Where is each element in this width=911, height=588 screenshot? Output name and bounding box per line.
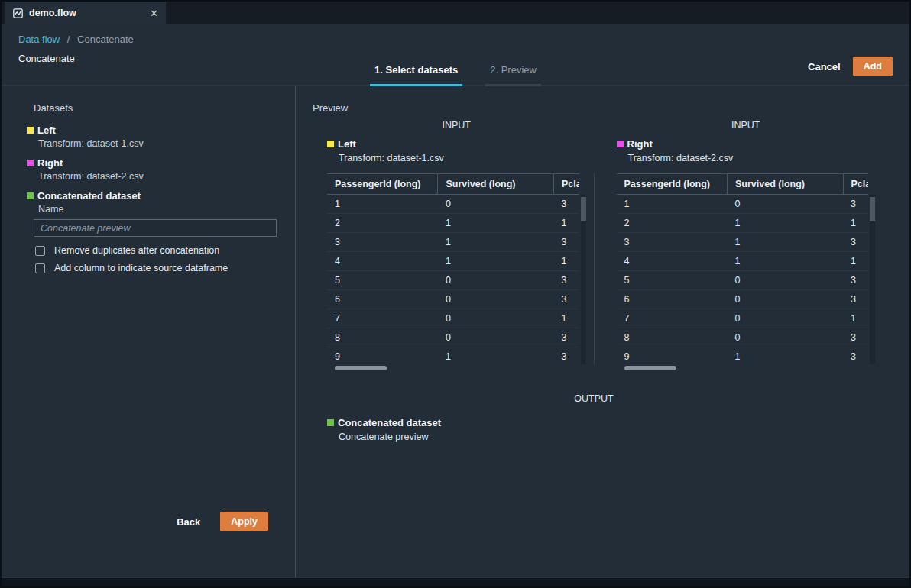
close-icon[interactable]: ✕ [150,8,158,18]
vertical-scrollbar-thumb[interactable] [870,197,875,221]
table-row: 313 [327,233,579,252]
tab-select-datasets[interactable]: 1. Select datasets [370,64,462,86]
data-table: PassengerId (long) Survived (long) Pcla … [327,173,579,366]
table-cell: 1 [727,233,843,252]
table-cell: 3 [843,328,868,347]
table-cell: 1 [554,214,579,233]
add-button[interactable]: Add [853,57,893,76]
table-row: 603 [617,290,869,309]
breadcrumb-current: Concatenate [77,34,134,45]
table-cell: 0 [438,195,554,214]
table-cell: 0 [727,271,843,290]
table-cell: 0 [438,309,554,328]
table-cell: 3 [617,233,728,252]
table-cell: 0 [727,195,843,214]
table-row: 103 [617,195,869,214]
table-cell: 8 [327,328,438,347]
dataset-subtitle: Transform: dataset-1.csv [339,153,586,163]
breadcrumb-data-flow-link[interactable]: Data flow [18,34,60,45]
data-table-container: PassengerId (long) Survived (long) Pcla … [327,173,586,373]
tab-preview[interactable]: 2. Preview [485,64,541,86]
table-cell: 3 [554,290,579,309]
dataset-name: Right [627,138,653,150]
table-cell: 0 [438,328,554,347]
table-cell: 1 [438,347,554,367]
panel-actions: Back Apply [177,512,268,531]
table-row: 603 [327,290,579,309]
dataset-subtitle: Transform: dataset-2.csv [38,171,278,182]
horizontal-scrollbar-thumb[interactable] [335,366,387,370]
tab-title: demo.flow [29,8,144,18]
table-row: 211 [327,214,579,233]
output-section: OUTPUT Concatenated dataset Concatenate … [313,393,875,442]
app-body: Datasets Left Transform: dataset-1.csv R… [2,86,909,577]
table-cell: 3 [843,195,868,214]
table-cell: 7 [617,309,728,328]
table-cell: 3 [843,347,868,367]
datasets-panel: Datasets Left Transform: dataset-1.csv R… [2,86,296,577]
table-cell: 2 [617,214,728,233]
table-cell: 0 [727,290,843,309]
dataset-subtitle: Transform: dataset-1.csv [38,138,278,149]
table-cell: 1 [843,214,868,233]
table-row: 913 [617,347,869,367]
input-label: INPUT [617,120,876,131]
table-row: 411 [327,252,579,271]
column-header: PassengerId (long) [617,174,728,195]
table-row: 913 [327,347,579,367]
output-label: OUTPUT [327,393,861,404]
column-header: Survived (long) [727,174,843,195]
input-label: INPUT [327,120,586,131]
dataset-name: Left [338,138,356,150]
table-cell: 1 [438,233,554,252]
remove-duplicates-option[interactable]: Remove duplicates after concatenation [35,245,278,256]
checkbox-label: Remove duplicates after concatenation [54,245,219,256]
table-cell: 3 [843,233,868,252]
dataset-name-input[interactable] [34,219,277,237]
app-window: demo.flow ✕ Data flow / Concatenate Conc… [0,0,911,588]
horizontal-scrollbar-thumb[interactable] [624,366,676,370]
input-section-right: INPUT Right Transform: dataset-2.csv Pas… [603,120,876,373]
table-cell: 3 [843,271,868,290]
breadcrumb-separator: / [67,34,70,45]
back-button[interactable]: Back [177,516,200,528]
output-dataset-name: Concatenated dataset [338,417,441,428]
checkbox[interactable] [35,246,45,256]
cancel-button[interactable]: Cancel [808,61,841,73]
page-title: Concatenate [18,53,893,64]
add-source-column-option[interactable]: Add column to indicate source dataframe [35,263,278,273]
input-section-left: INPUT Left Transform: dataset-1.csv Pass… [313,120,603,373]
table-cell: 4 [617,252,728,271]
tab-bar: demo.flow ✕ [2,2,909,24]
table-cell: 1 [438,214,554,233]
vertical-scrollbar-track [870,195,875,364]
column-header: PassengerId (long) [327,174,438,195]
table-cell: 1 [438,252,554,271]
preview-heading: Preview [313,102,875,114]
table-row: 313 [617,233,869,252]
table-cell: 5 [327,271,438,290]
table-cell: 0 [438,290,554,309]
vertical-scrollbar-track [581,195,586,364]
datasets-heading: Datasets [34,102,278,114]
table-row: 103 [327,195,579,214]
table-cell: 1 [617,195,728,214]
dataset-name: Concatenated dataset [37,190,141,202]
checkbox-label: Add column to indicate source dataframe [54,263,228,273]
table-row: 503 [617,271,869,290]
step-tabs: 1. Select datasets 2. Preview [370,64,541,86]
checkbox[interactable] [35,263,45,273]
table-cell: 3 [554,271,579,290]
table-cell: 3 [554,195,579,214]
data-table-container: PassengerId (long) Survived (long) Pcla … [617,173,876,373]
tab-demo-flow[interactable]: demo.flow ✕ [5,2,166,24]
breadcrumb: Data flow / Concatenate [18,34,893,45]
vertical-scrollbar-thumb[interactable] [581,197,586,221]
table-cell: 0 [727,328,843,347]
apply-button[interactable]: Apply [220,512,268,531]
table-cell: 5 [617,271,728,290]
table-cell: 9 [327,347,438,367]
table-row: 211 [617,214,869,233]
table-row: 803 [327,328,579,347]
table-cell: 3 [554,347,579,367]
